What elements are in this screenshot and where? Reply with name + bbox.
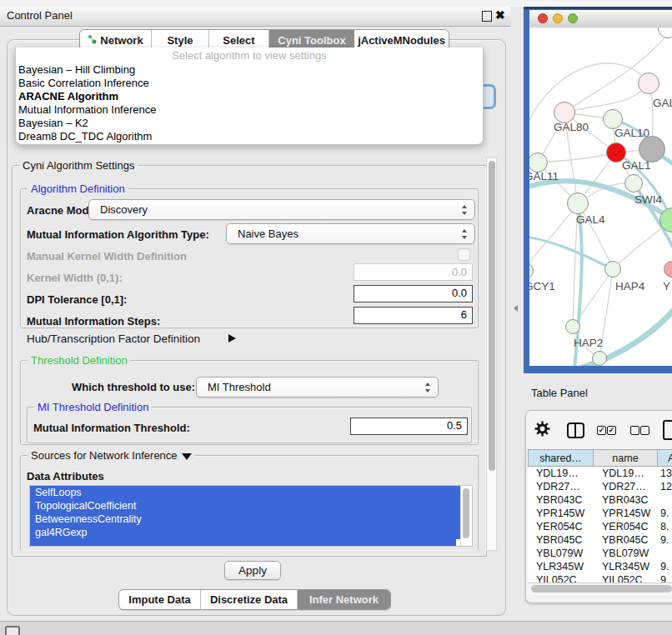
algorithm-option[interactable]: Bayesian – Hill Climbing	[16, 63, 483, 77]
manual-kernel-label: Manual Kernel Width Definition	[27, 250, 187, 262]
network-node-label: HAP4	[615, 280, 644, 292]
mi-steps-field[interactable]: 6	[354, 307, 473, 324]
network-node-label: GAL4	[576, 213, 605, 226]
attribute-list-item-clipped[interactable]	[30, 539, 456, 547]
tab-discretize-data[interactable]: Discretize Data	[201, 590, 298, 609]
table-row[interactable]: YER054CYER054C8.	[528, 520, 672, 533]
attribute-list-item[interactable]: gal4RGexp	[30, 526, 461, 539]
mi-threshold-field[interactable]: 0.5	[350, 418, 468, 435]
network-node-label: GAL11	[529, 170, 559, 182]
table-cell[interactable]: 12	[658, 480, 672, 493]
table-row[interactable]: YDL19…YDL19…13	[528, 467, 672, 480]
kernel-width-label: Kernel Width (0,1):	[27, 272, 123, 284]
kernel-width-field[interactable]: 0.0	[354, 263, 473, 281]
data-attributes-list[interactable]: SelfLoopsTopologicalCoefficientBetweenne…	[29, 485, 473, 547]
algorithm-option[interactable]: Mutual Information Inference	[16, 103, 483, 117]
table-cell[interactable]: YDL19…	[528, 467, 594, 480]
table-row[interactable]: YBR045CYBR045C9.	[528, 533, 672, 547]
table-cell[interactable]: YBL079W	[528, 547, 594, 560]
table-row[interactable]: YBL079WYBL079W	[528, 547, 672, 560]
network-node[interactable]	[592, 351, 607, 366]
checked-box-icon[interactable]: ✓	[597, 426, 606, 435]
table-cell[interactable]: YBR043C	[594, 493, 658, 507]
column-header-shared[interactable]: shared…	[528, 449, 594, 467]
network-node[interactable]	[638, 72, 659, 94]
mi-type-select[interactable]: Naive Bayes	[226, 223, 475, 244]
table-cell[interactable]: 9.	[658, 533, 672, 547]
algorithm-option[interactable]: Dream8 DC_TDC Algorithm	[16, 130, 483, 143]
threshold-definition-title: Threshold Definition	[28, 354, 131, 367]
split-columns-icon[interactable]	[567, 422, 584, 438]
network-node[interactable]	[624, 174, 643, 192]
page-icon[interactable]	[663, 420, 672, 440]
checked-box-icon[interactable]: ✓	[607, 426, 616, 435]
table-row[interactable]: YPR145WYPR145W9.	[528, 507, 672, 520]
unchecked-box-icon[interactable]	[640, 426, 649, 435]
table-cell[interactable]: YLR345W	[528, 560, 594, 573]
float-window-icon[interactable]	[482, 11, 492, 22]
table-cell[interactable]: YBR045C	[594, 533, 658, 547]
table-row[interactable]: YBR043CYBR043C	[528, 493, 672, 507]
attribute-list-item[interactable]: SelfLoops	[30, 486, 461, 499]
unchecked-box-icon[interactable]	[630, 426, 639, 435]
aracne-mode-select[interactable]: Discovery	[88, 199, 475, 220]
table-cell[interactable]: YDL19…	[594, 467, 658, 480]
table-cell[interactable]: YDR27…	[594, 480, 658, 493]
table-cell[interactable]: YLR345W	[594, 560, 658, 573]
table-cell[interactable]: YBR043C	[528, 493, 594, 507]
close-icon[interactable]: ✖	[495, 8, 505, 22]
zoom-traffic-icon[interactable]	[568, 13, 578, 23]
network-node-label: SWI4	[634, 193, 662, 206]
app-root: Control Panel ✖ Network Style Select Cyn…	[0, 0, 672, 635]
manual-kernel-checkbox[interactable]	[458, 248, 470, 261]
table-cell[interactable]: YER054C	[594, 520, 658, 533]
gear-icon[interactable]	[534, 421, 550, 439]
tab-infer-network[interactable]: Infer Network	[298, 590, 390, 609]
sources-group-title[interactable]: Sources for Network Inference	[28, 449, 195, 462]
network-view-window[interactable]: GALGAL80GAL10GAL1GAL11SWI4GAL4GCY1HAP4YH…	[524, 7, 672, 373]
settings-scrollbar-thumb[interactable]	[489, 161, 495, 471]
table-cell[interactable]: 8.	[658, 520, 672, 533]
hub-definition-label[interactable]: Hub/Transcription Factor Definition	[27, 332, 200, 345]
tab-impute-data[interactable]: Impute Data	[119, 590, 201, 609]
algorithm-option[interactable]: Basic Correlation Inference	[16, 77, 483, 90]
network-node[interactable]	[567, 192, 589, 214]
table-cell[interactable]: YPR145W	[594, 507, 658, 520]
column-header-name[interactable]: name	[593, 449, 658, 467]
table-scrollbar-thumb[interactable]	[531, 585, 672, 592]
network-node[interactable]	[565, 319, 580, 334]
algorithm-option[interactable]: ARACNE Algorithm	[16, 90, 483, 103]
attribute-list-item[interactable]: TopologicalCoefficient	[30, 499, 461, 512]
table-cell[interactable]: 9.	[658, 507, 672, 520]
table-cell[interactable]: YPR145W	[528, 507, 594, 520]
list-scrollbar[interactable]	[460, 486, 472, 546]
network-window-titlebar[interactable]	[529, 10, 672, 28]
table-cell[interactable]	[658, 493, 672, 507]
apply-button[interactable]: Apply	[224, 561, 281, 580]
network-node[interactable]	[604, 261, 621, 278]
tab-network-label: Network	[100, 34, 143, 47]
table-cell[interactable]: YBR045C	[528, 533, 594, 547]
table-cell[interactable]: 13	[658, 467, 672, 480]
expand-right-icon[interactable]	[228, 334, 236, 342]
table-cell[interactable]: YBL079W	[594, 547, 658, 560]
table-cell[interactable]: 9.	[658, 560, 672, 573]
network-canvas[interactable]: GALGAL80GAL10GAL1GAL11SWI4GAL4GCY1HAP4YH…	[529, 28, 672, 366]
table-cell[interactable]: YDR27…	[528, 480, 594, 493]
dpi-tolerance-field[interactable]: 0.0	[354, 285, 473, 302]
list-scrollbar-thumb[interactable]	[463, 488, 469, 538]
table-cell[interactable]: YER054C	[528, 520, 594, 533]
table-horizontal-scrollbar[interactable]	[528, 582, 672, 595]
table-row[interactable]: YDR27…YDR27…12	[528, 480, 672, 493]
algorithm-option[interactable]: Bayesian – K2	[16, 117, 483, 130]
which-threshold-select[interactable]: MI Threshold	[196, 377, 439, 398]
minimize-traffic-icon[interactable]	[553, 13, 563, 23]
settings-scrollbar[interactable]	[486, 158, 497, 551]
attribute-list-item[interactable]: BetweennessCentrality	[30, 512, 461, 526]
panel-divider-handle[interactable]	[514, 305, 518, 312]
table-cell[interactable]	[658, 547, 672, 560]
table-row[interactable]: YLR345WYLR345W9.	[528, 560, 672, 573]
collapsed-panel-icon[interactable]	[5, 626, 20, 635]
column-header-clipped[interactable]: A	[657, 449, 672, 467]
close-traffic-icon[interactable]	[538, 13, 548, 23]
